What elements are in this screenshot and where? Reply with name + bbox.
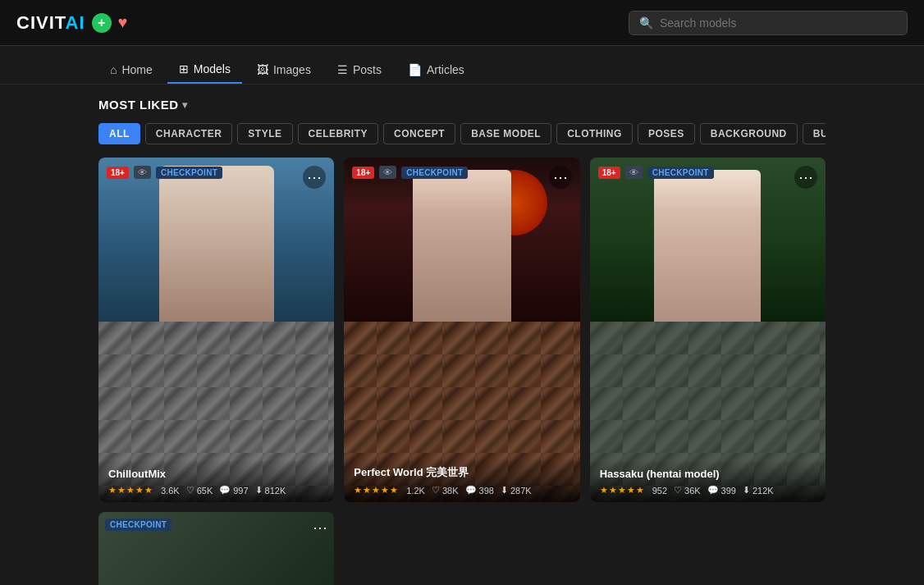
card1-stars: ★ ★ ★ ★ ★ <box>108 485 153 496</box>
card2-top-image <box>344 158 579 322</box>
card2-badges: 18+ 👁 CHECKPOINT <box>352 166 468 179</box>
model-card-4[interactable]: CHECKPOINT ⋯ <box>98 512 334 585</box>
search-input[interactable] <box>660 16 897 30</box>
logo-it: AI <box>66 12 85 33</box>
nav-label-articles: Articles <box>427 63 464 76</box>
nav-item-models[interactable]: ⊞ Models <box>167 56 242 84</box>
card3-title: Hassaku (hentai model) <box>600 468 816 480</box>
card2-figure <box>413 170 511 322</box>
logo-civ: CIVIT <box>16 12 66 33</box>
card1-badges: 18+ 👁 CHECKPOINT <box>107 166 222 179</box>
main-content: MOST LIKED ▾ ALL CHARACTER STYLE CELEBRI… <box>0 85 924 585</box>
card2-downloads-count: 287K <box>510 486 532 496</box>
filter-tab-clothing[interactable]: CLOTHING <box>556 123 633 144</box>
card2-type-badge: CHECKPOINT <box>401 167 468 179</box>
card1-type-badge: CHECKPOINT <box>156 167 222 179</box>
filter-tab-character[interactable]: CHARACTER <box>145 123 233 144</box>
nav-item-posts[interactable]: ☰ Posts <box>326 56 393 84</box>
card2-rating: 1.2K <box>406 486 425 496</box>
nav-label-posts: Posts <box>353 63 382 76</box>
comment-icon-2: 💬 <box>465 485 477 496</box>
cards-grid: 18+ 👁 CHECKPOINT ⋯ ChilloutMix ★ ★ ★ ★ ★ <box>98 158 826 502</box>
nav-label-home: Home <box>121 63 152 76</box>
card1-age-badge: 18+ <box>107 167 129 179</box>
filter-tab-concept[interactable]: CONCEPT <box>383 123 455 144</box>
card2-footer: Perfect World 完美世界 ★ ★ ★ ★ ★ 1.2K ♡ 38K <box>344 457 579 502</box>
card3-downloads-count: 212K <box>752 486 774 496</box>
card2-menu-button[interactable]: ⋯ <box>549 166 572 189</box>
star1: ★ <box>108 485 117 496</box>
card3-type-badge: CHECKPOINT <box>647 167 714 179</box>
card2-likes: ♡ 38K <box>432 485 459 496</box>
card2-comments-count: 398 <box>479 486 494 496</box>
card2-comments: 💬 398 <box>465 485 494 496</box>
filter-tab-celebrity[interactable]: CELEBRITY <box>298 123 379 144</box>
filter-tab-all[interactable]: ALL <box>98 123 140 144</box>
nav-item-home[interactable]: ⌂ Home <box>98 56 164 84</box>
card3-figure <box>654 170 761 322</box>
nav-item-images[interactable]: 🖼 Images <box>245 56 322 84</box>
filter-tab-base-model[interactable]: BASE MODEL <box>460 123 551 144</box>
filter-tab-style[interactable]: STYLE <box>237 123 292 144</box>
card2-likes-count: 38K <box>442 486 459 496</box>
card1-comments-count: 997 <box>233 486 248 496</box>
card3-footer: Hassaku (hentai model) ★ ★ ★ ★ ★ 952 ♡ 3 <box>590 459 826 502</box>
card4-menu-button[interactable]: ⋯ <box>313 519 327 537</box>
card1-figure-body <box>159 166 274 322</box>
card2-downloads: ⬇ 287K <box>501 485 532 496</box>
add-button[interactable]: + <box>92 13 112 33</box>
card3-likes-count: 36K <box>684 486 701 496</box>
card2-image: 18+ 👁 CHECKPOINT ⋯ Perfect World 完美世界 ★ … <box>344 158 579 502</box>
model-card-1[interactable]: 18+ 👁 CHECKPOINT ⋯ ChilloutMix ★ ★ ★ ★ ★ <box>98 158 334 502</box>
star2: ★ <box>117 485 126 496</box>
card2-eye-icon: 👁 <box>379 166 396 179</box>
heart-icon-3: ♡ <box>674 485 682 496</box>
card1-stats: ★ ★ ★ ★ ★ 3.6K ♡ 65K 💬 <box>108 485 324 496</box>
card3-downloads: ⬇ 212K <box>743 485 774 496</box>
card3-eye-icon: 👁 <box>625 166 643 179</box>
filter-tab-background[interactable]: BACKGROUND <box>700 123 798 144</box>
card3-rating: 952 <box>652 486 667 496</box>
card3-menu-button[interactable]: ⋯ <box>794 166 817 189</box>
nav-item-articles[interactable]: 📄 Articles <box>396 56 476 84</box>
download-icon-2: ⬇ <box>501 485 508 496</box>
card3-badges: 18+ 👁 CHECKPOINT <box>598 166 714 179</box>
card2-title: Perfect World 完美世界 <box>354 465 569 480</box>
search-bar: 🔍 <box>629 11 908 35</box>
search-icon: 🔍 <box>639 16 653 30</box>
card1-downloads-count: 812K <box>265 486 286 496</box>
card1-top-image <box>98 158 334 322</box>
articles-icon: 📄 <box>408 63 422 76</box>
filter-tab-buildings[interactable]: BUILDINGS <box>803 123 826 144</box>
card3-top-image <box>590 158 826 322</box>
sort-label-text: MOST LIKED <box>98 98 179 112</box>
sort-selector[interactable]: MOST LIKED ▾ <box>98 98 187 112</box>
download-icon-3: ⬇ <box>743 485 750 496</box>
filter-tab-poses[interactable]: POSES <box>638 123 695 144</box>
card1-footer: ChilloutMix ★ ★ ★ ★ ★ 3.6K ♡ 65K <box>98 459 334 502</box>
heart-icon-2: ♡ <box>432 485 440 496</box>
model-card-3[interactable]: 18+ 👁 CHECKPOINT ⋯ Hassaku (hentai model… <box>590 158 826 502</box>
star5: ★ <box>144 485 153 496</box>
card1-likes-count: 65K <box>197 486 213 496</box>
images-icon: 🖼 <box>257 63 268 76</box>
card3-likes: ♡ 36K <box>674 485 701 496</box>
star3: ★ <box>126 485 135 496</box>
card3-age-badge: 18+ <box>598 167 620 179</box>
card2-stats: ★ ★ ★ ★ ★ 1.2K ♡ 38K 💬 <box>354 485 569 496</box>
card2-stars: ★ ★ ★ ★ ★ <box>354 485 398 496</box>
comment-icon: 💬 <box>219 485 231 496</box>
heart-icon: ♡ <box>186 485 194 496</box>
comment-icon-3: 💬 <box>707 485 719 496</box>
posts-icon: ☰ <box>337 63 348 76</box>
home-icon: ⌂ <box>110 63 117 76</box>
model-card-2[interactable]: 18+ 👁 CHECKPOINT ⋯ Perfect World 完美世界 ★ … <box>344 158 579 502</box>
card4-type-badge: CHECKPOINT <box>105 519 172 531</box>
card1-likes: ♡ 65K <box>186 485 213 496</box>
card3-comments-count: 399 <box>721 486 736 496</box>
favorite-icon[interactable]: ♥ <box>118 13 128 32</box>
card1-downloads: ⬇ 812K <box>255 485 286 496</box>
nav-label-models: Models <box>194 62 231 75</box>
card1-comments: 💬 997 <box>219 485 248 496</box>
models-icon: ⊞ <box>179 62 189 75</box>
